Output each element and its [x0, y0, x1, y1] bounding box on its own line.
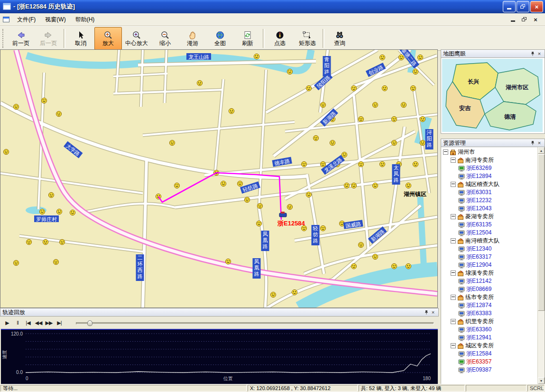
vehicle-marker-icon[interactable] [382, 85, 387, 91]
vehicle-marker-icon[interactable] [257, 203, 262, 208]
restore-button[interactable] [517, 1, 529, 12]
tree-node-group[interactable]: 城区稽查大队 [442, 180, 537, 188]
tree-node-vehicle[interactable]: 浙E09387 [442, 366, 537, 374]
vehicle-marker-icon[interactable] [306, 192, 311, 197]
point-select-button[interactable]: 点选 [266, 27, 294, 50]
expand-collapse-box[interactable] [451, 343, 456, 348]
vehicle-marker-icon[interactable] [398, 55, 404, 60]
vehicle-marker-icon[interactable] [379, 161, 385, 167]
tree-node-group[interactable]: 南浔稽查大队 [442, 237, 537, 245]
vehicle-marker-icon[interactable] [372, 102, 378, 107]
tree-node-vehicle[interactable]: 浙E63317 [442, 253, 537, 261]
pause-button[interactable]: ‖ [13, 318, 22, 327]
mdi-minimize-button[interactable] [509, 16, 517, 23]
rect-select-button[interactable]: 矩形选 [294, 27, 321, 50]
vehicle-marker-icon[interactable] [56, 111, 61, 116]
vehicle-marker-icon[interactable] [256, 221, 261, 226]
vehicle-marker-icon[interactable] [372, 254, 378, 259]
map-view[interactable]: 龙王山路青阳路泰塘二路创业路陵阳路新湖路大学路德丰路龙溪北路轻纺路轻纺路凤凰路凤… [0, 49, 438, 308]
tree-node-group[interactable]: 南浔专卖所 [442, 156, 537, 164]
mdi-close-button[interactable]: × [532, 16, 539, 23]
expand-collapse-box[interactable] [451, 295, 456, 300]
vehicle-marker-icon[interactable] [237, 181, 242, 186]
vehicle-marker-icon[interactable] [351, 85, 356, 91]
vehicle-marker-icon[interactable] [313, 135, 318, 140]
playback-slider[interactable] [76, 322, 434, 325]
tree-node-city[interactable]: 湖州市 [442, 148, 537, 156]
tree-node-vehicle[interactable]: 浙E12941 [442, 334, 537, 342]
rewind-button[interactable]: ◀◀ [34, 319, 43, 327]
vehicle-marker-icon[interactable] [56, 209, 62, 214]
vehicle-marker-icon[interactable] [372, 183, 378, 188]
vehicle-marker-icon[interactable] [169, 140, 175, 145]
vehicle-marker-icon[interactable] [292, 289, 297, 295]
vehicle-marker-icon[interactable] [59, 239, 65, 244]
vehicle-marker-icon[interactable] [174, 183, 179, 188]
close-panel-icon[interactable]: × [536, 51, 543, 57]
expand-collapse-box[interactable] [451, 214, 456, 219]
vehicle-marker-icon[interactable] [3, 149, 9, 154]
tree-node-vehicle[interactable]: 浙E63383 [442, 309, 537, 317]
vehicle-marker-icon[interactable] [413, 161, 418, 167]
tree-node-vehicle[interactable]: 浙E12904 [442, 261, 537, 269]
tree-node-vehicle[interactable]: 浙E63360 [442, 326, 537, 334]
menu-help[interactable]: 帮助(H) [71, 14, 100, 26]
vehicle-marker-icon[interactable] [391, 140, 397, 145]
tree-node-vehicle[interactable]: 浙E63357 [442, 358, 537, 366]
step-back-button[interactable]: |◀ [24, 319, 32, 327]
vehicle-marker-icon[interactable] [221, 181, 226, 186]
tree-node-group[interactable]: 菱湖专卖所 [442, 213, 537, 221]
vehicle-marker-icon[interactable] [410, 85, 416, 91]
vehicle-marker-icon[interactable] [391, 116, 397, 121]
tree-node-group[interactable]: 城区专卖所 [442, 342, 537, 350]
pin-icon[interactable] [529, 51, 536, 57]
toolbar-grip[interactable] [2, 29, 6, 48]
vehicle-marker-icon[interactable] [358, 242, 363, 247]
query-button[interactable]: 查询 [326, 27, 353, 50]
play-button[interactable]: ▶ [3, 319, 11, 327]
expand-collapse-box[interactable] [443, 149, 448, 155]
tree-node-vehicle[interactable]: 浙E12584 [442, 350, 537, 358]
vehicle-marker-icon[interactable] [406, 263, 411, 269]
forward-button[interactable]: ▶▶ [45, 319, 53, 327]
vehicle-marker-icon[interactable] [244, 197, 249, 202]
expand-collapse-box[interactable] [451, 271, 456, 276]
expand-collapse-box[interactable] [451, 182, 456, 187]
eagle-eye-map[interactable]: 长兴湖州市区安吉德清 [441, 58, 545, 134]
tree-node-vehicle[interactable]: 浙E12504 [442, 229, 537, 237]
vehicle-marker-icon[interactable] [417, 55, 423, 60]
vehicle-marker-icon[interactable] [53, 259, 58, 264]
step-forward-button[interactable]: ▶| [55, 319, 64, 327]
menu-window[interactable]: 视窗(W) [40, 14, 70, 26]
vehicle-marker-icon[interactable] [48, 192, 54, 197]
pin-icon[interactable] [423, 309, 430, 316]
mdi-restore-button[interactable] [520, 16, 528, 23]
tree-node-group[interactable]: 织里专卖所 [442, 317, 537, 326]
expand-collapse-box[interactable] [451, 158, 456, 163]
vehicle-marker-icon[interactable] [287, 69, 292, 74]
vehicle-marker-icon[interactable] [13, 260, 18, 265]
tree-node-vehicle[interactable]: 浙E12043 [442, 205, 537, 213]
vehicle-marker-icon[interactable] [39, 209, 45, 214]
vehicle-marker-icon[interactable] [351, 263, 356, 269]
tree-node-vehicle[interactable]: 浙E63031 [442, 188, 537, 196]
vehicle-marker-icon[interactable] [413, 69, 418, 74]
tree-node-vehicle[interactable]: 浙E12894 [442, 172, 537, 180]
tree-node-vehicle[interactable]: 浙E63269 [442, 164, 537, 172]
vehicle-marker-icon[interactable] [320, 225, 325, 231]
vehicle-marker-icon[interactable] [391, 263, 397, 269]
vehicle-marker-icon[interactable] [342, 152, 347, 157]
pan-button[interactable]: 漫游 [179, 27, 206, 50]
vehicle-marker-icon[interactable] [379, 55, 385, 60]
tree-node-vehicle[interactable]: 浙E12874 [442, 301, 537, 309]
tree-node-group[interactable]: 练市专卖所 [442, 293, 537, 301]
next-page-button[interactable]: 后一页 [35, 27, 62, 50]
tree-node-vehicle[interactable]: 浙E12142 [442, 277, 537, 285]
scroll-thumb[interactable] [538, 154, 545, 311]
vehicle-marker-icon[interactable] [26, 239, 31, 244]
minimize-button[interactable] [503, 1, 516, 12]
full-map-button[interactable]: 全图 [206, 27, 234, 50]
vehicle-marker-icon[interactable] [197, 80, 202, 85]
vehicle-marker-icon[interactable] [270, 292, 276, 297]
vehicle-marker-icon[interactable] [351, 183, 356, 188]
